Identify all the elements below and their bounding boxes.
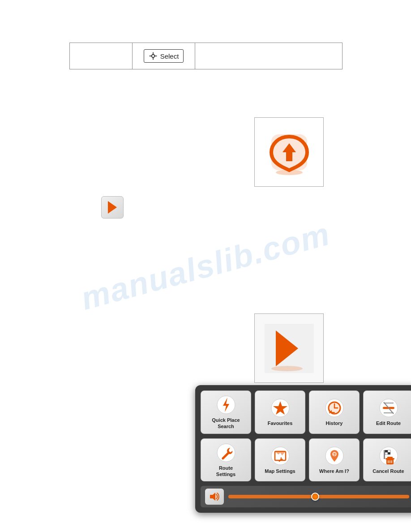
edit-route-label: Edit Route (376, 420, 401, 426)
map-settings-label: Map Settings (265, 468, 295, 474)
svg-point-46 (271, 366, 303, 371)
svg-point-6 (276, 170, 303, 175)
svg-rect-37 (387, 457, 393, 459)
crosshair-icon (149, 51, 158, 60)
nav-app-icon (265, 128, 314, 177)
svg-rect-33 (385, 452, 388, 455)
svg-rect-34 (388, 452, 390, 455)
cancel-route-label: Cancel Route (372, 468, 404, 474)
cancel-route-button[interactable]: Cancel Route (363, 438, 411, 482)
svg-rect-30 (384, 450, 385, 459)
history-icon (325, 399, 344, 417)
svg-rect-32 (388, 450, 390, 452)
route-settings-label: RouteSettings (216, 465, 235, 478)
table-cell-empty-1 (70, 43, 133, 69)
svg-text:?: ? (333, 452, 336, 457)
volume-bar (201, 486, 411, 507)
next-arrow-icon (106, 199, 119, 215)
lightning-icon (217, 395, 235, 414)
table-row: Select (70, 43, 342, 69)
where-am-i-label: Where Am I? (319, 468, 349, 474)
favourites-button[interactable]: Favourites (255, 390, 305, 434)
volume-slider-track[interactable] (228, 495, 409, 498)
select-label: Select (160, 52, 179, 60)
next-page-button[interactable] (101, 196, 124, 219)
wrench-icon (217, 443, 235, 462)
volume-icon (208, 491, 221, 502)
svg-point-0 (151, 55, 154, 58)
volume-slider-thumb[interactable] (311, 493, 319, 501)
map-settings-icon (271, 446, 290, 465)
table-cell-select[interactable]: Select (133, 43, 195, 69)
bottom-thumbnail (254, 313, 324, 383)
favourites-label: Favourites (268, 420, 293, 426)
where-am-i-button[interactable]: ? Where Am I? (309, 438, 360, 482)
svg-marker-42 (108, 201, 117, 214)
svg-point-23 (271, 447, 289, 465)
svg-marker-41 (210, 493, 215, 501)
cancel-route-icon (379, 446, 398, 465)
menu-row-1: Quick PlaceSearch Favourites (201, 390, 411, 434)
chevron-right-large-icon (265, 324, 314, 373)
nav-menu: Quick PlaceSearch Favourites (195, 385, 411, 513)
star-icon (271, 399, 290, 417)
table: Select (69, 43, 342, 69)
route-settings-button[interactable]: RouteSettings (201, 438, 251, 482)
table-cell-empty-2 (195, 43, 342, 69)
svg-rect-31 (385, 450, 388, 452)
menu-row-2: RouteSettings Map Settings (201, 438, 411, 482)
select-button[interactable]: Select (144, 49, 184, 63)
where-am-i-icon: ? (325, 446, 344, 465)
volume-icon-wrap[interactable] (205, 489, 224, 505)
top-thumbnail (254, 117, 324, 187)
edit-route-icon (379, 399, 398, 417)
history-label: History (326, 420, 343, 426)
quick-place-search-button[interactable]: Quick PlaceSearch (201, 390, 251, 434)
history-button[interactable]: History (309, 390, 360, 434)
quick-place-search-label: Quick PlaceSearch (212, 417, 240, 430)
map-settings-button[interactable]: Map Settings (255, 438, 305, 482)
edit-route-button[interactable]: Edit Route (363, 390, 411, 434)
svg-point-22 (217, 444, 235, 462)
